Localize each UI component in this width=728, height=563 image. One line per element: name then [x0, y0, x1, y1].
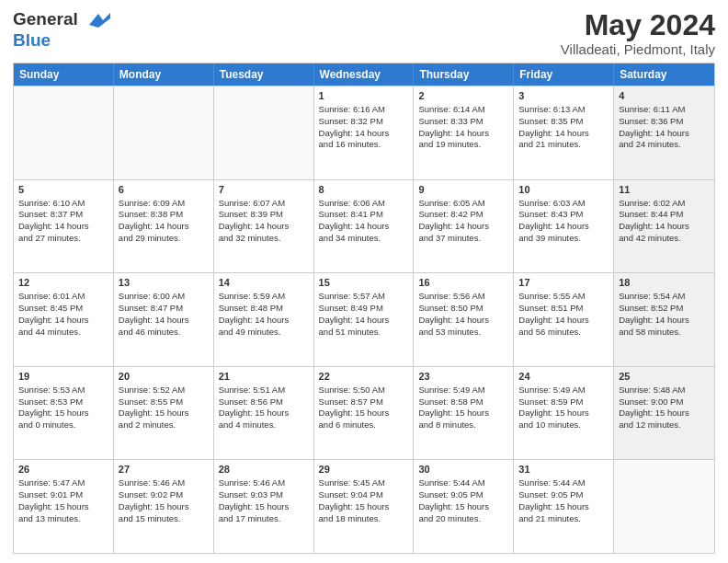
day-info-line: Sunrise: 5:52 AM: [119, 385, 209, 396]
day-info-line: Sunrise: 5:55 AM: [518, 291, 609, 303]
day-info-line: Sunset: 9:00 PM: [619, 396, 710, 408]
day-info-line: and 51 minutes.: [319, 327, 409, 339]
day-info-line: Sunset: 8:35 PM: [518, 116, 609, 128]
calendar-cell: 7Sunrise: 6:07 AMSunset: 8:39 PMDaylight…: [214, 180, 314, 273]
calendar: SundayMondayTuesdayWednesdayThursdayFrid…: [13, 63, 715, 554]
day-info-line: and 24 minutes.: [619, 139, 710, 151]
day-number: 16: [418, 276, 508, 290]
main-title: May 2024: [561, 9, 715, 41]
day-info-line: Daylight: 14 hours: [518, 128, 609, 140]
day-info-line: Sunset: 8:32 PM: [319, 116, 409, 128]
day-info-line: Sunrise: 5:47 AM: [18, 477, 108, 489]
day-info-line: and 4 minutes.: [219, 419, 309, 431]
day-info-line: Daylight: 15 hours: [18, 501, 108, 513]
day-info-line: Sunrise: 6:07 AM: [219, 198, 309, 210]
day-info-line: and 44 minutes.: [18, 327, 108, 339]
calendar-row: 5Sunrise: 6:10 AMSunset: 8:37 PMDaylight…: [14, 179, 714, 273]
day-info-line: Sunrise: 5:46 AM: [219, 477, 309, 489]
day-info-line: and 17 minutes.: [219, 513, 309, 525]
day-info-line: and 49 minutes.: [219, 327, 309, 339]
day-number: 30: [418, 463, 508, 477]
day-info-line: Sunrise: 5:44 AM: [418, 477, 508, 489]
day-info-line: Daylight: 15 hours: [418, 501, 508, 513]
logo-bird-icon: [85, 9, 112, 31]
day-info-line: Sunset: 8:53 PM: [18, 396, 108, 408]
day-info-line: Sunset: 9:02 PM: [119, 489, 209, 501]
day-info-line: Sunrise: 5:51 AM: [219, 385, 309, 396]
day-info-line: and 12 minutes.: [619, 419, 710, 431]
day-info-line: and 27 minutes.: [18, 233, 108, 245]
day-info-line: Daylight: 14 hours: [319, 315, 409, 327]
day-number: 10: [518, 183, 609, 197]
day-info-line: Sunrise: 5:54 AM: [619, 291, 710, 303]
calendar-header: SundayMondayTuesdayWednesdayThursdayFrid…: [14, 63, 714, 86]
header: General Blue May 2024 Villadeati, Piedmo…: [13, 9, 715, 57]
logo-line2: Blue: [13, 31, 112, 51]
day-info-line: Sunrise: 5:50 AM: [319, 385, 409, 396]
day-info-line: Daylight: 14 hours: [18, 221, 108, 233]
calendar-cell: 20Sunrise: 5:52 AMSunset: 8:55 PMDayligh…: [114, 367, 214, 460]
day-info-line: Daylight: 14 hours: [418, 315, 508, 327]
day-info-line: and 2 minutes.: [119, 419, 209, 431]
calendar-cell: 3Sunrise: 6:13 AMSunset: 8:35 PMDaylight…: [514, 86, 614, 179]
day-number: 3: [518, 89, 609, 103]
day-info-line: and 56 minutes.: [518, 327, 609, 339]
day-number: 27: [119, 463, 209, 477]
calendar-cell: 19Sunrise: 5:53 AMSunset: 8:53 PMDayligh…: [14, 367, 114, 460]
calendar-cell: 11Sunrise: 6:02 AMSunset: 8:44 PMDayligh…: [614, 180, 714, 273]
page: General Blue May 2024 Villadeati, Piedmo…: [0, 0, 728, 563]
subtitle: Villadeati, Piedmont, Italy: [561, 41, 715, 57]
calendar-cell: 4Sunrise: 6:11 AMSunset: 8:36 PMDaylight…: [614, 86, 714, 179]
day-number: 20: [119, 370, 209, 384]
day-number: 6: [119, 183, 209, 197]
title-block: May 2024 Villadeati, Piedmont, Italy: [561, 9, 715, 57]
day-info-line: and 8 minutes.: [418, 419, 508, 431]
day-info-line: Sunset: 8:38 PM: [119, 209, 209, 221]
day-number: 4: [619, 89, 710, 103]
day-info-line: Daylight: 15 hours: [119, 501, 209, 513]
day-info-line: Sunset: 8:50 PM: [418, 303, 508, 315]
calendar-cell: 16Sunrise: 5:56 AMSunset: 8:50 PMDayligh…: [414, 273, 514, 366]
day-info-line: Daylight: 14 hours: [518, 315, 609, 327]
day-number: 2: [418, 89, 508, 103]
calendar-cell: 30Sunrise: 5:44 AMSunset: 9:05 PMDayligh…: [414, 460, 514, 553]
calendar-cell: 13Sunrise: 6:00 AMSunset: 8:47 PMDayligh…: [114, 273, 214, 366]
calendar-header-cell: Sunday: [14, 63, 114, 86]
day-info-line: Daylight: 15 hours: [219, 501, 309, 513]
calendar-row: 19Sunrise: 5:53 AMSunset: 8:53 PMDayligh…: [14, 366, 714, 460]
day-info-line: Sunset: 8:49 PM: [319, 303, 409, 315]
day-info-line: Daylight: 14 hours: [219, 315, 309, 327]
calendar-cell: [114, 86, 214, 179]
day-info-line: Sunrise: 6:02 AM: [619, 198, 710, 210]
calendar-cell: 15Sunrise: 5:57 AMSunset: 8:49 PMDayligh…: [314, 273, 415, 366]
day-info-line: and 18 minutes.: [319, 513, 409, 525]
logo: General Blue: [13, 9, 112, 51]
day-info-line: Sunrise: 5:49 AM: [518, 385, 609, 396]
day-info-line: Sunset: 8:59 PM: [518, 396, 609, 408]
calendar-cell: 10Sunrise: 6:03 AMSunset: 8:43 PMDayligh…: [514, 180, 614, 273]
day-number: 7: [219, 183, 309, 197]
day-info-line: Sunset: 8:56 PM: [219, 396, 309, 408]
logo-line1: General: [13, 9, 78, 29]
day-info-line: Daylight: 14 hours: [518, 221, 609, 233]
svg-marker-0: [89, 13, 110, 28]
day-info-line: Sunrise: 6:01 AM: [18, 291, 108, 303]
day-info-line: Daylight: 15 hours: [18, 408, 108, 419]
day-info-line: Sunset: 9:01 PM: [18, 489, 108, 501]
day-info-line: Sunset: 8:39 PM: [219, 209, 309, 221]
day-info-line: Sunrise: 6:11 AM: [619, 104, 710, 116]
day-info-line: Sunset: 8:37 PM: [18, 209, 108, 221]
day-number: 31: [518, 463, 609, 477]
day-info-line: and 0 minutes.: [18, 419, 108, 431]
calendar-cell: 2Sunrise: 6:14 AMSunset: 8:33 PMDaylight…: [414, 86, 514, 179]
day-info-line: and 20 minutes.: [418, 513, 508, 525]
calendar-cell: 12Sunrise: 6:01 AMSunset: 8:45 PMDayligh…: [14, 273, 114, 366]
day-number: 22: [319, 370, 409, 384]
day-info-line: Sunset: 8:45 PM: [18, 303, 108, 315]
day-info-line: Sunset: 8:33 PM: [418, 116, 508, 128]
calendar-cell: 1Sunrise: 6:16 AMSunset: 8:32 PMDaylight…: [314, 86, 415, 179]
day-info-line: and 10 minutes.: [518, 419, 609, 431]
day-number: 15: [319, 276, 409, 290]
day-info-line: and 19 minutes.: [418, 139, 508, 151]
day-number: 11: [619, 183, 710, 197]
